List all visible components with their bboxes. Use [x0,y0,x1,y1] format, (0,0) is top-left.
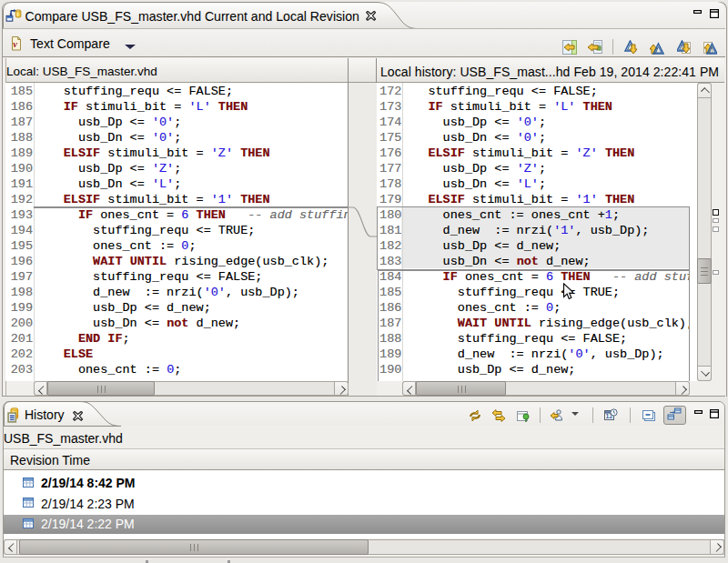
svg-text:v: v [13,39,17,49]
